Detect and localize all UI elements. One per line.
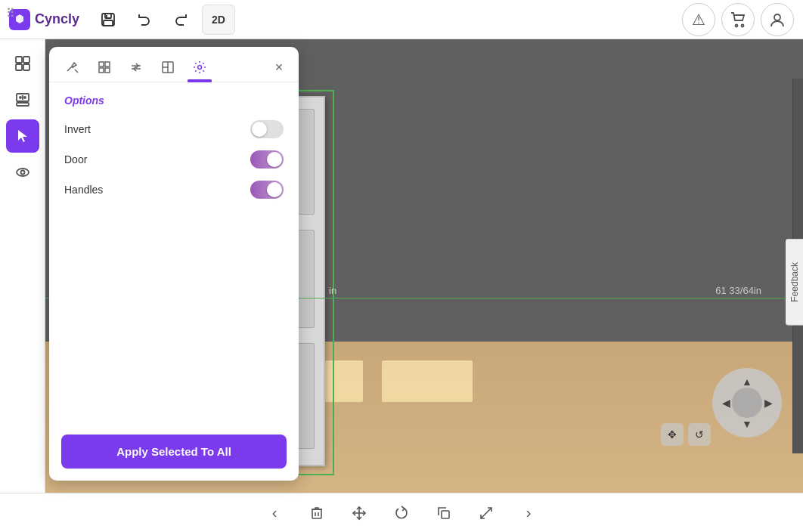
panel-spacer [64,211,284,422]
sidebar-item-view[interactable] [6,156,39,189]
door-toggle[interactable] [250,150,284,169]
nav-right-button[interactable]: ▶ [758,392,779,413]
cart-button[interactable] [721,3,755,36]
bottombar-rotate-button[interactable] [386,498,417,528]
dimension-horizontal: 61 33/64in [715,285,761,296]
topbar: ⠿ Cyncly 2D ⚠ [0,0,803,39]
svg-point-15 [24,97,26,98]
nav-circle: ▲ ▼ ◀ ▶ [712,368,782,438]
invert-toggle[interactable] [250,120,284,138]
bottombar-copy-button[interactable] [429,498,459,528]
svg-point-6 [774,14,780,20]
svg-point-17 [20,171,24,175]
bottombar-trash-button[interactable] [302,498,332,528]
sidebar-item-select[interactable] [6,119,39,153]
bottombar-prev-button[interactable]: ‹ [259,498,290,528]
nav-left-button[interactable]: ◀ [715,392,736,413]
feedback-panel: Feedback [786,239,803,326]
grid-icon: ⠿ [6,6,15,20]
svg-rect-18 [99,62,104,66]
user-button[interactable] [761,3,794,36]
panel-row-handles: Handles [64,181,284,199]
panel-close-button[interactable]: × [268,57,290,78]
svg-point-4 [736,24,738,26]
feedback-tab[interactable]: Feedback [786,239,803,326]
svg-point-14 [20,97,21,98]
panel-tab-settings[interactable] [185,53,214,82]
svg-rect-26 [312,509,321,518]
panel-tab-swap[interactable] [122,53,150,82]
panel-tab-layout[interactable] [90,53,119,82]
app-logo: Cyncly [9,9,79,30]
bottombar: ‹ [0,493,803,532]
bottombar-move-button[interactable] [344,498,374,528]
apply-selected-to-all-button[interactable]: Apply Selected To All [61,435,287,469]
navigation-controls: ▲ ▼ ◀ ▶ [712,368,788,444]
panel-tab-panels[interactable] [153,53,182,82]
save-button[interactable] [93,5,123,35]
bottombar-resize-button[interactable] [471,498,501,528]
options-panel: × Options Invert Door Handles Apply Sele… [49,47,299,481]
panel-row-door: Door [64,150,284,169]
sidebar-item-cabinet[interactable] [6,83,39,116]
svg-point-5 [742,24,744,26]
topbar-right-actions: ⚠ [682,3,794,36]
mode-2d-button[interactable]: 2D [202,5,235,35]
left-sidebar [0,39,45,493]
panel-tab-tools[interactable] [58,53,87,82]
svg-rect-8 [23,57,29,63]
panel-body: Options Invert Door Handles [49,82,299,435]
svg-rect-2 [104,20,113,26]
move-control-button[interactable]: ✥ [661,423,684,446]
svg-line-30 [481,508,491,518]
panel-section-title: Options [64,94,284,107]
redo-button[interactable] [166,5,196,35]
panel-row-invert: Invert [64,120,284,138]
refresh-control-button[interactable]: ↺ [688,423,711,446]
panel-tabs: × [49,47,299,82]
svg-rect-21 [105,68,110,73]
handles-toggle[interactable] [250,181,284,199]
svg-rect-20 [99,68,104,73]
extra-controls: ✥ ↺ [661,423,711,446]
nav-up-button[interactable]: ▲ [736,371,758,392]
warning-button[interactable]: ⚠ [682,3,715,36]
dimension-left-label: in [329,285,336,296]
nav-down-button[interactable]: ▼ [736,413,758,435]
undo-button[interactable] [129,5,160,35]
svg-rect-19 [105,62,110,66]
svg-point-16 [17,169,29,176]
bottombar-next-button[interactable]: › [513,498,544,528]
door-label: Door [64,153,87,165]
invert-label: Invert [64,123,91,135]
svg-rect-29 [442,511,449,518]
svg-rect-9 [16,64,22,70]
svg-rect-10 [23,64,29,70]
svg-rect-7 [16,57,22,63]
svg-point-25 [198,66,202,70]
sidebar-item-layout[interactable] [6,47,39,80]
floor-tile [382,360,473,402]
svg-rect-12 [17,103,29,106]
handles-label: Handles [64,184,103,196]
app-name: Cyncly [35,11,79,27]
